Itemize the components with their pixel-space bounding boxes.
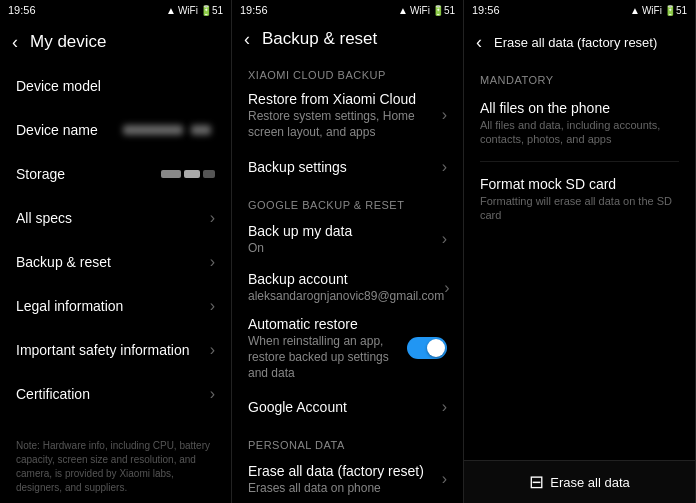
google-account-chevron: › xyxy=(442,398,447,416)
header-1: ‹ My device xyxy=(0,20,231,64)
erase-data-chevron: › xyxy=(442,470,447,488)
erase-data-title: Erase all data (factory reset) xyxy=(248,462,442,480)
format-sd-sub: Formatting will erase all data on the SD… xyxy=(480,194,679,223)
panel1-title: My device xyxy=(30,32,107,52)
device-name-value-blurred xyxy=(123,125,183,135)
divider-mandatory xyxy=(480,161,679,162)
legal-content: Legal information xyxy=(16,297,210,315)
storage-seg-3 xyxy=(203,170,215,178)
legal-title: Legal information xyxy=(16,297,210,315)
menu-item-storage[interactable]: Storage xyxy=(0,152,231,196)
menu-item-google-account[interactable]: Google Account › xyxy=(232,385,463,429)
all-specs-title: All specs xyxy=(16,209,210,227)
status-bar-3: 19:56 ▲ WiFi 🔋51 xyxy=(464,0,695,20)
section-personal-data: PERSONAL DATA xyxy=(232,429,463,455)
menu-item-device-name[interactable]: Device name xyxy=(0,108,231,152)
panel-my-device: 19:56 ▲ WiFi 🔋51 ‹ My device Device mode… xyxy=(0,0,232,503)
device-name-title: Device name xyxy=(16,121,119,139)
all-specs-chevron: › xyxy=(210,209,215,227)
backup-reset-title: Backup & reset xyxy=(16,253,210,271)
menu-item-backup-settings[interactable]: Backup settings › xyxy=(232,145,463,189)
panel3-title: Erase all data (factory reset) xyxy=(494,35,657,50)
status-bar-2: 19:56 ▲ WiFi 🔋51 xyxy=(232,0,463,20)
cert-title: Certification xyxy=(16,385,210,403)
status-bar-1: 19:56 ▲ WiFi 🔋51 xyxy=(0,0,231,20)
legal-chevron: › xyxy=(210,297,215,315)
erase-label: Erase all data xyxy=(550,475,630,490)
time-1: 19:56 xyxy=(8,4,36,16)
backup-reset-content: Backup & reset xyxy=(16,253,210,271)
wifi-icon: WiFi xyxy=(178,5,198,16)
back-button-2[interactable]: ‹ xyxy=(244,29,250,50)
backup-account-chevron: › xyxy=(444,279,449,297)
device-name-value-blurred2 xyxy=(191,125,211,135)
backup-account-title: Backup account xyxy=(248,270,444,288)
battery-icon-2: 🔋51 xyxy=(432,5,455,16)
auto-restore-sub: When reinstalling an app, restore backed… xyxy=(248,334,407,381)
backup-settings-chevron: › xyxy=(442,158,447,176)
menu-item-backup-reset[interactable]: Backup & reset › xyxy=(0,240,231,284)
erase-all-button[interactable]: ⊟ Erase all data xyxy=(464,460,695,503)
status-icons-2: ▲ WiFi 🔋51 xyxy=(398,5,455,16)
menu-item-backup-account[interactable]: Backup account aleksandarognjanovic89@gm… xyxy=(232,263,463,311)
mandatory-item-sd: Format mock SD card Formatting will eras… xyxy=(464,166,695,233)
google-account-content: Google Account xyxy=(248,398,442,416)
menu-item-safety[interactable]: Important safety information › xyxy=(0,328,231,372)
back-up-data-chevron: › xyxy=(442,230,447,248)
status-icons-3: ▲ WiFi 🔋51 xyxy=(630,5,687,16)
back-up-data-content: Back up my data On xyxy=(248,222,442,257)
status-icons-1: ▲ WiFi 🔋51 xyxy=(166,5,223,16)
time-3: 19:56 xyxy=(472,4,500,16)
device-model-title: Device model xyxy=(16,77,215,95)
all-specs-content: All specs xyxy=(16,209,210,227)
menu-item-all-specs[interactable]: All specs › xyxy=(0,196,231,240)
panel-erase-data: 19:56 ▲ WiFi 🔋51 ‹ Erase all data (facto… xyxy=(464,0,696,503)
menu-item-erase-data[interactable]: Erase all data (factory reset) Erases al… xyxy=(232,455,463,503)
panel2-title: Backup & reset xyxy=(262,29,377,49)
backup-settings-title: Backup settings xyxy=(248,158,442,176)
restore-xiaomi-chevron: › xyxy=(442,106,447,124)
backup-reset-chevron: › xyxy=(210,253,215,271)
menu-item-auto-restore[interactable]: Automatic restore When reinstalling an a… xyxy=(232,312,463,385)
header-3: ‹ Erase all data (factory reset) xyxy=(464,20,695,64)
storage-title: Storage xyxy=(16,165,161,183)
back-button-3[interactable]: ‹ xyxy=(476,32,482,53)
auto-restore-toggle[interactable] xyxy=(407,337,447,359)
backup-account-sub: aleksandarognjanovic89@gmail.com xyxy=(248,289,444,305)
auto-restore-content: Automatic restore When reinstalling an a… xyxy=(248,315,407,381)
back-up-data-title: Back up my data xyxy=(248,222,442,240)
wifi-icon-2: WiFi xyxy=(410,5,430,16)
storage-seg-1 xyxy=(161,170,181,178)
all-files-title: All files on the phone xyxy=(480,100,679,116)
wifi-icon-3: WiFi xyxy=(642,5,662,16)
format-sd-title: Format mock SD card xyxy=(480,176,679,192)
menu-item-legal[interactable]: Legal information › xyxy=(0,284,231,328)
google-account-title: Google Account xyxy=(248,398,442,416)
footer-note: Note: Hardware info, including CPU, batt… xyxy=(0,431,231,503)
section-google-backup: GOOGLE BACKUP & RESET xyxy=(232,189,463,215)
menu-item-cert[interactable]: Certification › xyxy=(0,372,231,416)
restore-xiaomi-sub: Restore system settings, Home screen lay… xyxy=(248,109,442,140)
device-model-content: Device model xyxy=(16,77,215,95)
cert-content: Certification xyxy=(16,385,210,403)
menu-item-restore-xiaomi[interactable]: Restore from Xiaomi Cloud Restore system… xyxy=(232,85,463,146)
restore-xiaomi-content: Restore from Xiaomi Cloud Restore system… xyxy=(248,90,442,140)
menu-item-device-model[interactable]: Device model xyxy=(0,64,231,108)
all-files-sub: All files and data, including accounts, … xyxy=(480,118,679,147)
section-mandatory: MANDATORY xyxy=(464,64,695,90)
erase-icon: ⊟ xyxy=(529,471,544,493)
signal-icon-3: ▲ xyxy=(630,5,640,16)
auto-restore-title: Automatic restore xyxy=(248,315,407,333)
backup-settings-content: Backup settings xyxy=(248,158,442,176)
backup-account-content: Backup account aleksandarognjanovic89@gm… xyxy=(248,270,444,305)
header-2: ‹ Backup & reset xyxy=(232,20,463,59)
back-button-1[interactable]: ‹ xyxy=(12,32,18,53)
back-up-data-sub: On xyxy=(248,241,442,257)
safety-chevron: › xyxy=(210,341,215,359)
erase-data-content: Erase all data (factory reset) Erases al… xyxy=(248,462,442,497)
menu-item-back-up-data[interactable]: Back up my data On › xyxy=(232,215,463,263)
mandatory-item-files: All files on the phone All files and dat… xyxy=(464,90,695,157)
storage-bar xyxy=(161,170,215,178)
signal-icon-2: ▲ xyxy=(398,5,408,16)
cert-chevron: › xyxy=(210,385,215,403)
